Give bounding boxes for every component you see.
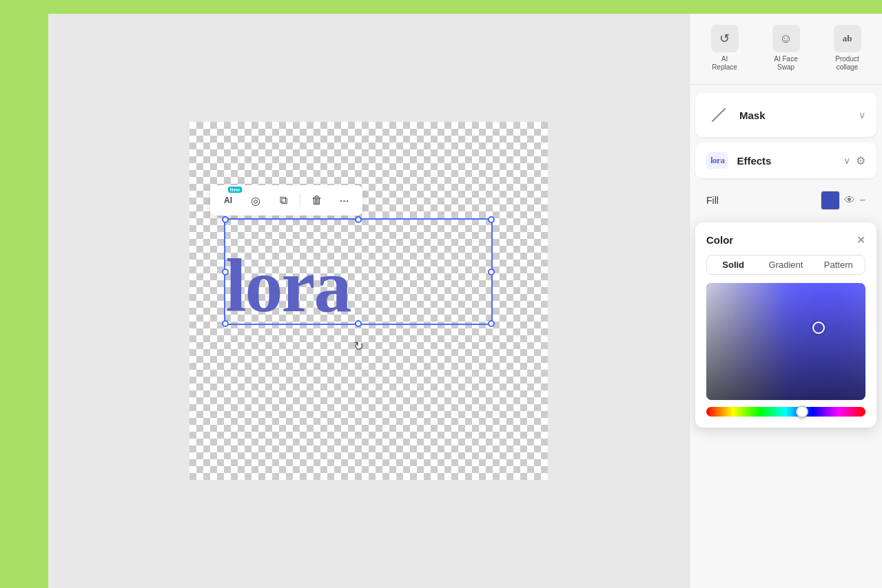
canvas-area: AI New ◎ ⧉ 🗑 ···	[48, 14, 689, 588]
color-picker-panel: Color ✕ Solid Gradient Pattern	[695, 222, 876, 428]
more-button[interactable]: ···	[334, 189, 356, 211]
select-button[interactable]: ◎	[245, 189, 267, 211]
effects-settings-icon[interactable]: ⚙	[856, 154, 865, 167]
color-tabs: Solid Gradient Pattern	[706, 255, 865, 275]
hue-slider-thumb[interactable]	[796, 406, 808, 418]
app-container: AI New ◎ ⧉ 🗑 ···	[48, 14, 882, 588]
canvas-board: AI New ◎ ⧉ 🗑 ···	[189, 122, 548, 480]
ai-face-swap-label: AI FaceSwap	[774, 55, 797, 72]
tab-solid[interactable]: Solid	[707, 255, 759, 274]
handle-bottom-right[interactable]	[488, 320, 495, 327]
mask-title: Mask	[739, 109, 850, 121]
svg-line-0	[712, 109, 725, 121]
product-collage-tool[interactable]: ab Productcollage	[818, 21, 876, 76]
fill-minus-icon[interactable]: −	[859, 194, 865, 207]
gradient-dark-overlay	[706, 283, 865, 400]
canvas-text-element[interactable]: lora ↻	[224, 218, 493, 325]
mask-chevron-icon: ∨	[859, 109, 865, 120]
handle-top-left[interactable]	[222, 216, 229, 223]
effects-controls: ∨ ⚙	[843, 154, 865, 167]
color-picker-circle[interactable]	[812, 322, 825, 334]
ai-replace-label: AIReplace	[712, 55, 737, 72]
tool-icons-row: ↺ AIReplace ☺ AI FaceSwap ab Productcoll…	[690, 14, 882, 85]
handle-top-mid[interactable]	[355, 216, 362, 223]
effects-title: Effects	[737, 155, 835, 167]
new-badge: New	[228, 187, 242, 193]
color-gradient-box[interactable]	[706, 283, 865, 400]
fill-color-preview[interactable]	[821, 191, 840, 210]
effects-logo: lora	[706, 152, 728, 169]
ai-replace-icon: ↺	[711, 25, 739, 52]
delete-icon: 🗑	[311, 194, 322, 207]
tab-gradient[interactable]: Gradient	[759, 255, 812, 274]
color-panel-title: Color	[706, 234, 733, 246]
tab-pattern[interactable]: Pattern	[812, 255, 865, 274]
delete-button[interactable]: 🗑	[306, 189, 328, 211]
ai-face-swap-icon: ☺	[772, 25, 800, 52]
right-panel: ↺ AIReplace ☺ AI FaceSwap ab Productcoll…	[689, 14, 882, 588]
rotate-handle[interactable]: ↻	[350, 338, 367, 355]
product-collage-label: Productcollage	[835, 55, 859, 72]
duplicate-button[interactable]: ⧉	[272, 189, 294, 211]
ai-icon: AI	[224, 196, 232, 205]
hue-slider[interactable]	[706, 407, 865, 417]
color-picker-close-icon[interactable]: ✕	[857, 233, 865, 246]
duplicate-icon: ⧉	[280, 194, 287, 207]
main-area: AI New ◎ ⧉ 🗑 ···	[48, 14, 882, 588]
more-icon: ···	[340, 196, 349, 206]
mask-icon	[706, 103, 731, 127]
toolbar-divider	[300, 193, 300, 207]
select-icon: ◎	[251, 194, 260, 207]
handle-mid-right[interactable]	[488, 269, 495, 275]
canvas-text: lora	[225, 248, 350, 324]
effects-section[interactable]: lora Effects ∨ ⚙	[695, 143, 876, 178]
ai-button[interactable]: AI New	[217, 189, 239, 211]
ai-replace-tool[interactable]: ↺ AIReplace	[695, 21, 754, 76]
handle-bottom-mid[interactable]	[355, 320, 362, 327]
fill-eye-icon[interactable]: 👁	[844, 194, 855, 207]
color-panel-header: Color ✕	[706, 233, 865, 246]
fill-section: Fill 👁 −	[695, 184, 876, 217]
effects-chevron-icon: ∨	[843, 155, 850, 166]
handle-top-right[interactable]	[488, 216, 495, 223]
fill-label: Fill	[706, 195, 821, 206]
element-toolbar: AI New ◎ ⧉ 🗑 ···	[210, 185, 362, 216]
product-collage-icon: ab	[834, 25, 861, 52]
ai-face-swap-tool[interactable]: ☺ AI FaceSwap	[757, 21, 815, 76]
mask-section[interactable]: Mask ∨	[695, 93, 876, 137]
